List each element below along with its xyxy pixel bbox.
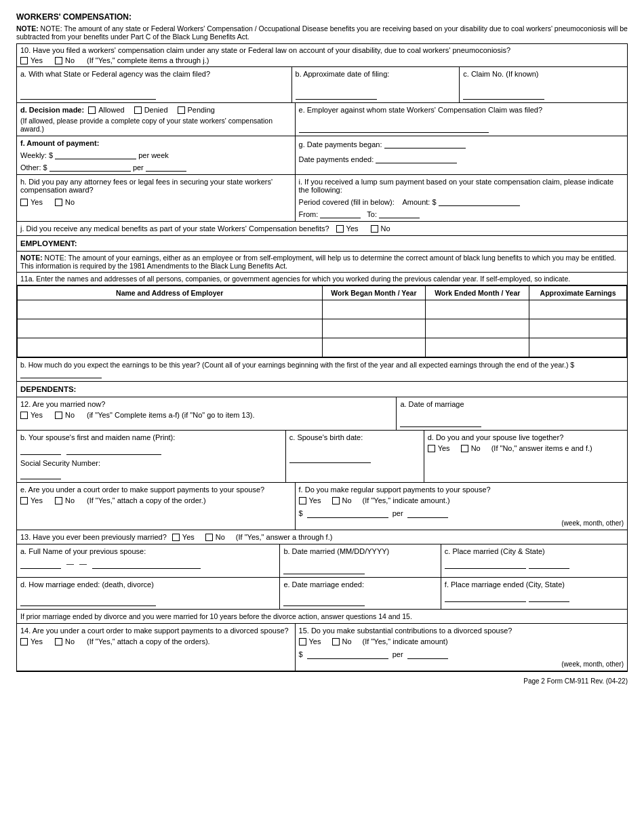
q13f-input1[interactable] — [445, 593, 526, 602]
q12f-no-checkbox[interactable] — [332, 497, 340, 504]
q11a-row: 11a. Enter the names and addresses of al… — [17, 273, 627, 285]
q13a-cell: a. Full Name of your previous spouse: — … — [17, 544, 280, 577]
employer-row1-earnings[interactable] — [529, 300, 627, 319]
employer-row2-began[interactable] — [322, 319, 426, 338]
employer-row2-ended[interactable] — [426, 319, 529, 338]
q12-no-label: No — [55, 411, 75, 419]
q12-no-checkbox[interactable] — [55, 412, 62, 419]
item-i-from-input[interactable] — [320, 209, 361, 218]
q11b-row: b. How much do you expect the earnings t… — [17, 358, 627, 382]
employer-row2-earnings[interactable] — [529, 319, 627, 338]
q15-no-checkbox[interactable] — [332, 638, 340, 646]
q15-cell: 15. Do you make substantial contribution… — [296, 624, 627, 671]
q13-yes-checkbox[interactable] — [172, 534, 180, 541]
q12b-cell: b. Your spouse's first and maiden name (… — [17, 431, 286, 482]
q13c-input1[interactable] — [445, 559, 526, 569]
q12a-input[interactable] — [400, 418, 481, 427]
d-pending-checkbox[interactable] — [178, 106, 185, 114]
q11b-input[interactable] — [20, 369, 102, 378]
q13f-input2[interactable] — [529, 593, 569, 602]
item-f-other-input[interactable] — [49, 162, 131, 172]
h-yes-checkbox[interactable] — [20, 199, 28, 206]
item-b-input[interactable] — [296, 90, 377, 100]
employer-row3-began[interactable] — [322, 338, 426, 357]
q13b-cell: b. Date married (MM/DD/YYYY) — [280, 544, 441, 577]
q12a-cell: a. Date of marriage — [397, 397, 627, 430]
q12e-yes-checkbox[interactable] — [20, 497, 28, 504]
page-footer: Page 2 Form CM-911 Rev. (04-22) — [16, 677, 628, 685]
q12f-per-input[interactable] — [407, 509, 448, 518]
d-denied-label: Denied — [134, 106, 168, 114]
item-d-cell: d. Decision made: Allowed Denied Pending… — [17, 103, 296, 136]
q12f-yes-checkbox[interactable] — [299, 497, 306, 504]
q13c-input2[interactable] — [529, 559, 569, 569]
q12e-no-checkbox[interactable] — [55, 497, 62, 504]
q13e-input[interactable] — [283, 597, 365, 606]
q12d-no-label: No — [461, 444, 481, 452]
q13f-cell: f. Place marriage ended (City, State) — [441, 578, 627, 609]
item-i-to-input[interactable] — [379, 209, 420, 218]
q15-no-label: No — [332, 637, 352, 646]
item-c-cell: c. Claim No. (If known) — [460, 67, 627, 102]
q10-no-checkbox[interactable] — [55, 57, 62, 64]
j-yes-checkbox[interactable] — [336, 225, 344, 233]
item-a-input[interactable] — [20, 90, 156, 100]
q12d-yes-checkbox[interactable] — [428, 445, 435, 452]
employer-row2-name[interactable] — [18, 319, 323, 338]
q15-yes-checkbox[interactable] — [299, 638, 306, 646]
q13c-cell: c. Place married (City & State) — [441, 544, 627, 577]
item-a-cell: a. With what State or Federal agency was… — [17, 67, 292, 102]
d-pending-label: Pending — [178, 106, 215, 114]
q12b-ssn-input[interactable] — [20, 470, 61, 479]
q13a-input1[interactable] — [20, 559, 61, 569]
item-h-cell: h. Did you pay any attorney fees or lega… — [17, 175, 296, 221]
employment-section: EMPLOYMENT: — [17, 236, 627, 252]
employer-row1-name[interactable] — [18, 300, 323, 319]
item-f-weekly-input[interactable] — [55, 150, 136, 159]
q13b-input[interactable] — [283, 565, 365, 574]
dependents-section: DEPENDENTS: — [17, 382, 627, 397]
item-f-per-input[interactable] — [146, 162, 186, 172]
item-i-amount-input[interactable] — [439, 197, 520, 206]
q13d-input[interactable] — [20, 597, 156, 606]
item-f-cell: f. Amount of payment: Weekly: $ per week… — [17, 136, 296, 174]
employer-row3-earnings[interactable] — [529, 338, 627, 357]
q12-yes-checkbox[interactable] — [20, 412, 28, 419]
q12e-yes-label: Yes — [20, 496, 43, 504]
q10-yes-checkbox[interactable] — [20, 57, 28, 64]
q13a-input2[interactable] — [92, 559, 201, 569]
q14-no-checkbox[interactable] — [55, 638, 62, 646]
d-allowed-checkbox[interactable] — [88, 106, 96, 114]
q12d-no-checkbox[interactable] — [461, 445, 468, 452]
item-j-row: j. Did you receive any medical benefits … — [17, 222, 627, 236]
h-no-checkbox[interactable] — [55, 199, 62, 206]
j-no-checkbox[interactable] — [371, 225, 378, 233]
employer-row3-name[interactable] — [18, 338, 323, 357]
item-g-cell: g. Date payments began: Date payments en… — [296, 136, 627, 174]
employer-row3-ended[interactable] — [426, 338, 529, 357]
q12c-input[interactable] — [289, 454, 371, 463]
q12b-input2[interactable] — [66, 445, 161, 455]
employer-row1-ended[interactable] — [426, 300, 529, 319]
q15-per-input[interactable] — [407, 650, 448, 659]
q13-no-checkbox[interactable] — [205, 534, 213, 541]
item-g-began-input[interactable] — [384, 139, 466, 148]
q12-cell: 12. Are you married now? Yes No (if "Yes… — [17, 397, 397, 430]
q14-yes-checkbox[interactable] — [20, 638, 28, 646]
item-e-input[interactable] — [299, 123, 489, 133]
item-i-cell: i. If you received a lump sum payment ba… — [296, 175, 627, 221]
item-c-input[interactable] — [463, 90, 544, 100]
q10-no-label: No — [55, 56, 75, 64]
q15-amount-input[interactable] — [307, 650, 388, 659]
col-work-ended-header: Work Ended Month / Year — [426, 286, 529, 300]
j-no-label: No — [371, 224, 390, 233]
q14-no-label: No — [55, 637, 75, 646]
q12c-cell: c. Spouse's birth date: — [286, 431, 424, 482]
col-work-began-header: Work Began Month / Year — [322, 286, 426, 300]
d-denied-checkbox[interactable] — [134, 106, 142, 114]
employer-row1-began[interactable] — [322, 300, 426, 319]
item-g-ended-input[interactable] — [376, 154, 457, 163]
q12b-input1[interactable] — [20, 445, 61, 455]
q12f-amount-input[interactable] — [307, 509, 388, 518]
q13d-cell: d. How marriage ended: (death, divorce) — [17, 578, 280, 609]
